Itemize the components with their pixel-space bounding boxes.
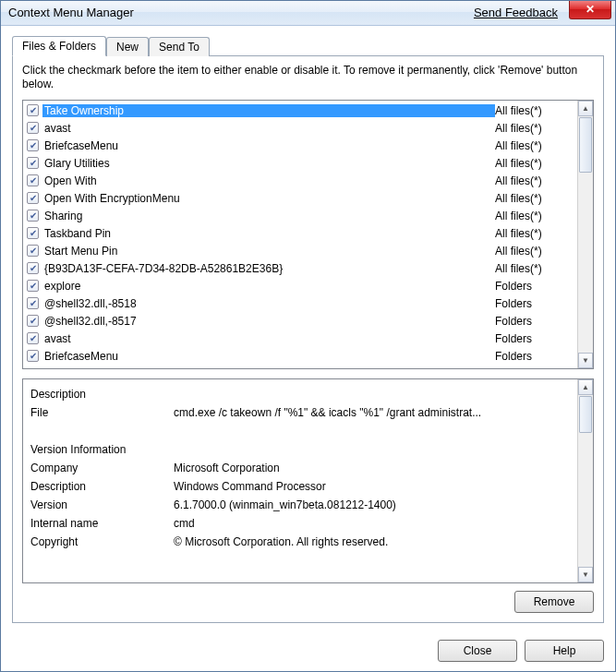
item-checkbox[interactable]: ✔ [27,350,39,362]
item-type: All files(*) [495,210,574,222]
close-button[interactable]: Close [438,640,517,662]
item-type: All files(*) [495,192,574,205]
item-checkbox[interactable]: ✔ [27,139,39,151]
list-item[interactable]: ✔Glary UtilitiesAll files(*) [23,154,577,172]
section-version-label: Version Information [30,440,174,459]
client-area: Files & Folders New Send To Click the ch… [1,26,615,632]
item-name: @shell32.dll,-8517 [42,315,495,328]
section-description-label: Description [30,385,174,403]
check-icon: ✔ [30,124,37,133]
description-label: Description [30,477,174,496]
item-type: All files(*) [495,104,574,117]
hint-text: Click the checkmark before the item to e… [22,64,594,92]
check-icon: ✔ [30,141,37,150]
list-item[interactable]: ✔@shell32.dll,-8517Folders [23,312,577,330]
version-value: 6.1.7000.0 (winmain_win7beta.081212-1400… [174,496,570,514]
item-checkbox[interactable]: ✔ [27,315,39,327]
company-value: Microsoft Corporation [174,459,570,477]
list-item[interactable]: ✔avastFolders [23,330,577,347]
scroll-down-button[interactable]: ▼ [578,353,593,368]
tab-files-folders[interactable]: Files & Folders [12,36,106,56]
details-scrollbar[interactable]: ▲ ▼ [577,379,593,582]
item-name: Open With EncryptionMenu [42,192,495,205]
item-name: avast [42,332,495,345]
list-item[interactable]: ✔Taskband PinAll files(*) [23,224,577,242]
scroll-track[interactable] [578,434,593,567]
scroll-up-button[interactable]: ▲ [578,379,593,395]
list-item[interactable]: ✔BriefcaseMenuFolders [23,347,577,365]
item-type: Folders [495,297,574,310]
tab-send-to[interactable]: Send To [149,37,210,56]
check-icon: ✔ [30,317,37,326]
scroll-down-button[interactable]: ▼ [578,567,593,582]
check-icon: ✔ [30,229,37,238]
close-icon: ✕ [586,3,595,16]
item-checkbox[interactable]: ✔ [27,245,39,257]
item-type: Folders [495,332,574,345]
item-type: All files(*) [495,245,574,258]
item-checkbox[interactable]: ✔ [27,297,39,309]
check-icon: ✔ [30,194,37,203]
details-inner: Description File cmd.exe /c takeown /f "… [23,379,577,582]
check-icon: ✔ [30,352,37,361]
item-name: Start Menu Pin [42,245,495,258]
titlebar[interactable]: Context Menu Manager Send Feedback ✕ [1,1,615,26]
help-button[interactable]: Help [525,640,604,662]
check-icon: ✔ [30,106,37,115]
item-name: @shell32.dll,-8518 [42,297,495,310]
check-icon: ✔ [30,282,37,291]
list-item[interactable]: ✔Start Menu PinAll files(*) [23,242,577,259]
item-checkbox[interactable]: ✔ [27,210,39,222]
item-type: Folders [495,350,574,363]
item-checkbox[interactable]: ✔ [27,332,39,344]
check-icon: ✔ [30,159,37,168]
list-item[interactable]: ✔SharingAll files(*) [23,207,577,224]
item-name: Take Ownership [42,104,495,117]
window-close-button[interactable]: ✕ [569,1,611,19]
item-checkbox[interactable]: ✔ [27,122,39,134]
scroll-up-button[interactable]: ▲ [578,101,593,116]
list-item[interactable]: ✔exploreFolders [23,277,577,294]
list-item[interactable]: ✔{B93DA13F-CEFA-7D34-82DB-A52861B2E36B}A… [23,259,577,277]
check-icon: ✔ [30,299,37,308]
item-checkbox[interactable]: ✔ [27,174,39,186]
list-item[interactable]: ✔Take OwnershipAll files(*) [23,102,577,119]
item-checkbox[interactable]: ✔ [27,262,39,274]
internal-name-label: Internal name [30,514,174,533]
item-name: {B93DA13F-CEFA-7D34-82DB-A52861B2E36B} [42,262,495,275]
check-icon: ✔ [30,246,37,256]
item-type: All files(*) [495,262,574,275]
item-checkbox[interactable]: ✔ [27,227,39,239]
item-checkbox[interactable]: ✔ [27,104,39,116]
items-list[interactable]: ✔Take OwnershipAll files(*)✔avastAll fil… [22,100,594,369]
send-feedback-link[interactable]: Send Feedback [474,6,558,19]
list-item[interactable]: ✔Open WithAll files(*) [23,172,577,189]
item-name: Taskband Pin [42,227,495,240]
details-panel: Description File cmd.exe /c takeown /f "… [22,378,594,583]
item-checkbox[interactable]: ✔ [27,192,39,204]
tab-new[interactable]: New [106,37,149,56]
tab-panel: Click the checkmark before the item to e… [12,55,604,623]
file-value: cmd.exe /c takeown /f "%1" && icacls "%1… [174,403,570,422]
window-title: Context Menu Manager [8,6,134,19]
list-item[interactable]: ✔@shell32.dll,-8518Folders [23,294,577,312]
scroll-thumb[interactable] [579,396,592,433]
description-value: Windows Command Processor [174,477,570,496]
scroll-thumb[interactable] [579,117,592,173]
item-checkbox[interactable]: ✔ [27,280,39,292]
copyright-label: Copyright [30,533,174,551]
company-label: Company [30,459,174,477]
app-window: Context Menu Manager Send Feedback ✕ Fil… [0,0,616,672]
remove-row: Remove [22,591,594,613]
list-scrollbar[interactable]: ▲ ▼ [577,101,593,368]
item-name: BriefcaseMenu [42,350,495,363]
item-type: Folders [495,315,574,328]
list-item[interactable]: ✔Open With EncryptionMenuAll files(*) [23,189,577,207]
scroll-track[interactable] [578,174,593,353]
copyright-value: © Microsoft Corporation. All rights rese… [174,533,570,551]
item-checkbox[interactable]: ✔ [27,157,39,169]
remove-button[interactable]: Remove [514,591,594,613]
list-item[interactable]: ✔avastAll files(*) [23,119,577,137]
list-item[interactable]: ✔BriefcaseMenuAll files(*) [23,137,577,154]
item-name: Open With [42,174,495,187]
